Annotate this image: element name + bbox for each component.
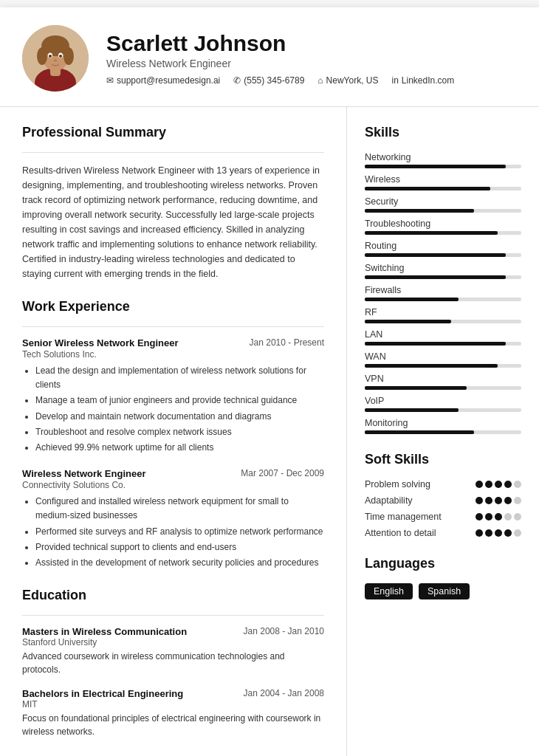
edu-1-header: Masters in Wireless Communication Jan 20… xyxy=(22,626,324,637)
edu-1-degree: Masters in Wireless Communication xyxy=(22,626,187,637)
skill-item: VPN xyxy=(365,374,521,390)
language-tag: Spanish xyxy=(419,583,470,599)
linkedin-value: LinkedIn.com xyxy=(402,75,454,86)
phone-value: (555) 345-6789 xyxy=(244,75,304,86)
contact-location: ⌂ NewYork, US xyxy=(317,75,378,86)
experience-title: Work Experience xyxy=(22,299,324,317)
skill-name: VoIP xyxy=(365,396,521,406)
skill-name: Networking xyxy=(365,152,521,162)
education-section: Education Masters in Wireless Communicat… xyxy=(22,588,324,738)
dot xyxy=(495,497,502,504)
bullet: Performed site surveys and RF analysis t… xyxy=(35,525,324,539)
language-tags: EnglishSpanish xyxy=(365,583,521,599)
contacts-bar: ✉ support@resumedesign.ai ✆ (555) 345-67… xyxy=(106,75,517,86)
skill-bar-bg xyxy=(365,408,521,412)
bullet: Assisted in the development of network s… xyxy=(35,556,324,570)
bullet: Achieved 99.9% network uptime for all cl… xyxy=(35,441,324,455)
language-tag: English xyxy=(365,583,413,599)
skill-bar-bg xyxy=(365,253,521,257)
skill-item: RF xyxy=(365,307,521,323)
job-1-title: Senior Wireless Network Engineer xyxy=(22,337,179,348)
job-1-date: Jan 2010 - Present xyxy=(250,337,324,348)
dot xyxy=(485,529,492,537)
svg-point-9 xyxy=(49,55,52,58)
location-icon: ⌂ xyxy=(317,75,323,86)
dot xyxy=(476,497,483,504)
skill-bar-fill xyxy=(365,408,459,412)
skill-bar-bg xyxy=(365,430,521,434)
skill-bar-bg xyxy=(365,364,521,368)
skill-bar-fill xyxy=(365,275,506,279)
edu-1: Masters in Wireless Communication Jan 20… xyxy=(22,626,324,676)
email-icon: ✉ xyxy=(106,75,114,86)
skill-name: Troubleshooting xyxy=(365,219,521,229)
candidate-name: Scarlett Johnson xyxy=(106,31,517,56)
job-2-title: Wireless Network Engineer xyxy=(22,468,146,479)
summary-text: Results-driven Wireless Network Engineer… xyxy=(22,163,324,281)
job-1-bullets: Lead the design and implementation of wi… xyxy=(22,364,324,455)
soft-skills-section: Soft Skills Problem solving Adaptability… xyxy=(365,452,521,538)
skill-name: Switching xyxy=(365,263,521,273)
edu-2-school: MIT xyxy=(22,699,324,709)
skill-name: Monitoring xyxy=(365,418,521,428)
job-1: Senior Wireless Network Engineer Jan 201… xyxy=(22,337,324,455)
job-2-bullets: Configured and installed wireless networ… xyxy=(22,495,324,570)
bullet: Configured and installed wireless networ… xyxy=(35,495,324,523)
edu-2: Bachelors in Electrical Engineering Jan … xyxy=(22,688,324,738)
skill-item: Networking xyxy=(365,152,521,168)
edu-2-degree: Bachelors in Electrical Engineering xyxy=(22,688,183,699)
summary-divider xyxy=(22,152,324,153)
bullet: Manage a team of junior engineers and pr… xyxy=(35,394,324,408)
location-value: NewYork, US xyxy=(326,75,379,86)
edu-2-date: Jan 2004 - Jan 2008 xyxy=(244,688,324,698)
skill-item: Switching xyxy=(365,263,521,279)
skill-bar-bg xyxy=(365,275,521,279)
dot xyxy=(476,513,483,520)
bullet: Troubleshoot and resolve complex network… xyxy=(35,425,324,439)
edu-1-school: Stanford University xyxy=(22,637,324,647)
skills-title: Skills xyxy=(365,125,521,143)
skill-item: Troubleshooting xyxy=(365,219,521,235)
languages-section: Languages EnglishSpanish xyxy=(365,556,521,599)
skill-bar-fill xyxy=(365,298,459,301)
skill-item: Wireless xyxy=(365,174,521,190)
edu-2-header: Bachelors in Electrical Engineering Jan … xyxy=(22,688,324,699)
soft-skills-title: Soft Skills xyxy=(365,452,521,470)
dot xyxy=(514,529,521,537)
svg-point-10 xyxy=(59,55,62,58)
soft-skills-list: Problem solving Adaptability Time manage… xyxy=(365,479,521,538)
dots-container xyxy=(476,529,521,537)
dot xyxy=(485,513,492,520)
resume-body: Professional Summary Results-driven Wire… xyxy=(0,107,539,756)
soft-skill-name: Problem solving xyxy=(365,479,476,489)
svg-point-6 xyxy=(63,47,74,65)
email-value: support@resumedesign.ai xyxy=(117,75,220,86)
dot xyxy=(495,529,502,537)
dot xyxy=(514,497,521,504)
skill-bar-bg xyxy=(365,386,521,390)
bullet: Provided technical support to clients an… xyxy=(35,540,324,554)
skill-name: Wireless xyxy=(365,174,521,185)
skill-bar-bg xyxy=(365,165,521,168)
bullet: Develop and maintain network documentati… xyxy=(35,410,324,424)
right-column: Skills Networking Wireless Security Trou… xyxy=(347,107,539,756)
dots-container xyxy=(476,481,521,488)
dot xyxy=(504,529,512,537)
skill-name: Routing xyxy=(365,241,521,251)
skill-name: WAN xyxy=(365,351,521,362)
experience-divider xyxy=(22,326,324,327)
contact-phone: ✆ (555) 345-6789 xyxy=(233,75,304,86)
skill-bar-fill xyxy=(365,320,451,323)
skill-bar-bg xyxy=(365,209,521,213)
skill-item: Firewalls xyxy=(365,285,521,301)
soft-skill-item: Time management xyxy=(365,512,521,522)
job-1-company: Tech Solutions Inc. xyxy=(22,349,324,360)
skill-bar-bg xyxy=(365,298,521,301)
dots-container xyxy=(476,513,521,520)
dot xyxy=(514,481,521,488)
summary-title: Professional Summary xyxy=(22,125,324,143)
linkedin-icon: in xyxy=(392,75,399,86)
skill-item: Security xyxy=(365,196,521,213)
skill-bar-fill xyxy=(365,386,467,390)
skills-list: Networking Wireless Security Troubleshoo… xyxy=(365,152,521,434)
